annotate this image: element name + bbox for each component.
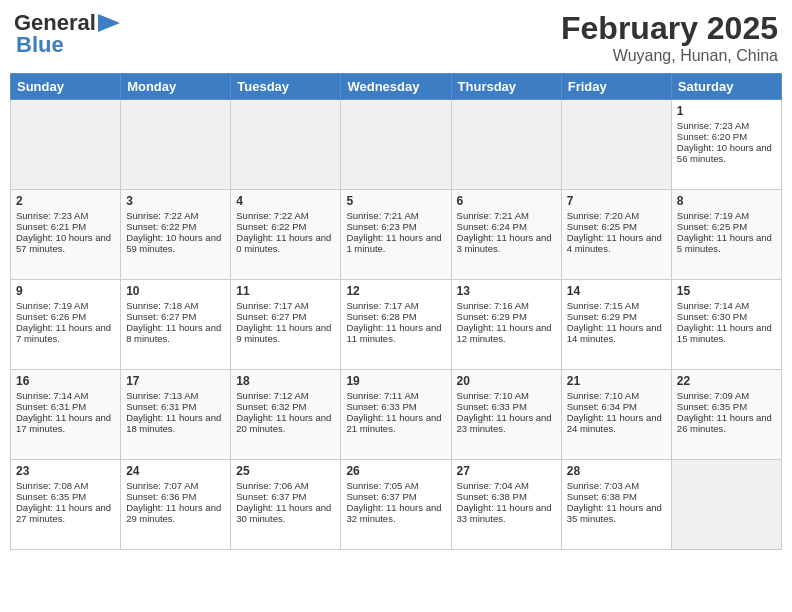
day-number: 9 [16,284,115,298]
sunset-text: Sunset: 6:28 PM [346,311,416,322]
sunrise-text: Sunrise: 7:21 AM [346,210,418,221]
calendar-title: February 2025 [561,10,778,47]
day-number: 8 [677,194,776,208]
calendar-cell-w5d3: 25Sunrise: 7:06 AMSunset: 6:37 PMDayligh… [231,460,341,550]
day-number: 4 [236,194,335,208]
calendar-cell-w4d4: 19Sunrise: 7:11 AMSunset: 6:33 PMDayligh… [341,370,451,460]
sunset-text: Sunset: 6:33 PM [346,401,416,412]
sunset-text: Sunset: 6:20 PM [677,131,747,142]
sunset-text: Sunset: 6:34 PM [567,401,637,412]
sunset-text: Sunset: 6:37 PM [346,491,416,502]
calendar-cell-w4d3: 18Sunrise: 7:12 AMSunset: 6:32 PMDayligh… [231,370,341,460]
day-number: 25 [236,464,335,478]
col-wednesday: Wednesday [341,74,451,100]
col-friday: Friday [561,74,671,100]
svg-marker-0 [98,14,120,32]
calendar-cell-w1d1 [11,100,121,190]
sunrise-text: Sunrise: 7:22 AM [126,210,198,221]
sunrise-text: Sunrise: 7:22 AM [236,210,308,221]
sunrise-text: Sunrise: 7:23 AM [677,120,749,131]
sunrise-text: Sunrise: 7:09 AM [677,390,749,401]
calendar-cell-w3d4: 12Sunrise: 7:17 AMSunset: 6:28 PMDayligh… [341,280,451,370]
sunset-text: Sunset: 6:29 PM [457,311,527,322]
daylight-text: Daylight: 11 hours and 30 minutes. [236,502,331,524]
daylight-text: Daylight: 11 hours and 3 minutes. [457,232,552,254]
sunset-text: Sunset: 6:24 PM [457,221,527,232]
calendar-cell-w2d3: 4Sunrise: 7:22 AMSunset: 6:22 PMDaylight… [231,190,341,280]
day-number: 13 [457,284,556,298]
calendar-cell-w5d1: 23Sunrise: 7:08 AMSunset: 6:35 PMDayligh… [11,460,121,550]
day-number: 2 [16,194,115,208]
sunrise-text: Sunrise: 7:04 AM [457,480,529,491]
daylight-text: Daylight: 11 hours and 0 minutes. [236,232,331,254]
day-number: 12 [346,284,445,298]
col-thursday: Thursday [451,74,561,100]
week-row-4: 16Sunrise: 7:14 AMSunset: 6:31 PMDayligh… [11,370,782,460]
calendar-cell-w2d1: 2Sunrise: 7:23 AMSunset: 6:21 PMDaylight… [11,190,121,280]
sunrise-text: Sunrise: 7:07 AM [126,480,198,491]
calendar-cell-w1d6 [561,100,671,190]
calendar-cell-w2d2: 3Sunrise: 7:22 AMSunset: 6:22 PMDaylight… [121,190,231,280]
sunrise-text: Sunrise: 7:21 AM [457,210,529,221]
daylight-text: Daylight: 11 hours and 8 minutes. [126,322,221,344]
sunset-text: Sunset: 6:32 PM [236,401,306,412]
day-number: 24 [126,464,225,478]
calendar-table: Sunday Monday Tuesday Wednesday Thursday… [10,73,782,550]
daylight-text: Daylight: 11 hours and 18 minutes. [126,412,221,434]
daylight-text: Daylight: 11 hours and 9 minutes. [236,322,331,344]
day-number: 6 [457,194,556,208]
day-number: 16 [16,374,115,388]
calendar-subtitle: Wuyang, Hunan, China [561,47,778,65]
calendar-cell-w1d2 [121,100,231,190]
sunrise-text: Sunrise: 7:19 AM [677,210,749,221]
sunrise-text: Sunrise: 7:13 AM [126,390,198,401]
title-block: February 2025 Wuyang, Hunan, China [561,10,778,65]
calendar-cell-w3d3: 11Sunrise: 7:17 AMSunset: 6:27 PMDayligh… [231,280,341,370]
daylight-text: Daylight: 11 hours and 5 minutes. [677,232,772,254]
calendar-cell-w5d2: 24Sunrise: 7:07 AMSunset: 6:36 PMDayligh… [121,460,231,550]
col-saturday: Saturday [671,74,781,100]
calendar-header-row: Sunday Monday Tuesday Wednesday Thursday… [11,74,782,100]
day-number: 3 [126,194,225,208]
sunset-text: Sunset: 6:38 PM [457,491,527,502]
daylight-text: Daylight: 11 hours and 24 minutes. [567,412,662,434]
sunrise-text: Sunrise: 7:20 AM [567,210,639,221]
day-number: 11 [236,284,335,298]
sunrise-text: Sunrise: 7:16 AM [457,300,529,311]
daylight-text: Daylight: 11 hours and 35 minutes. [567,502,662,524]
day-number: 26 [346,464,445,478]
day-number: 21 [567,374,666,388]
sunset-text: Sunset: 6:35 PM [677,401,747,412]
day-number: 23 [16,464,115,478]
calendar-cell-w2d7: 8Sunrise: 7:19 AMSunset: 6:25 PMDaylight… [671,190,781,280]
day-number: 7 [567,194,666,208]
sunset-text: Sunset: 6:31 PM [16,401,86,412]
sunrise-text: Sunrise: 7:08 AM [16,480,88,491]
sunrise-text: Sunrise: 7:14 AM [16,390,88,401]
sunset-text: Sunset: 6:25 PM [567,221,637,232]
calendar-cell-w5d6: 28Sunrise: 7:03 AMSunset: 6:38 PMDayligh… [561,460,671,550]
sunrise-text: Sunrise: 7:18 AM [126,300,198,311]
daylight-text: Daylight: 11 hours and 32 minutes. [346,502,441,524]
calendar-cell-w1d7: 1Sunrise: 7:23 AMSunset: 6:20 PMDaylight… [671,100,781,190]
col-tuesday: Tuesday [231,74,341,100]
daylight-text: Daylight: 11 hours and 7 minutes. [16,322,111,344]
sunset-text: Sunset: 6:22 PM [236,221,306,232]
day-number: 17 [126,374,225,388]
sunrise-text: Sunrise: 7:17 AM [236,300,308,311]
day-number: 15 [677,284,776,298]
calendar-cell-w2d5: 6Sunrise: 7:21 AMSunset: 6:24 PMDaylight… [451,190,561,280]
sunset-text: Sunset: 6:29 PM [567,311,637,322]
sunrise-text: Sunrise: 7:15 AM [567,300,639,311]
sunset-text: Sunset: 6:37 PM [236,491,306,502]
logo: General Blue [14,10,120,58]
daylight-text: Daylight: 11 hours and 15 minutes. [677,322,772,344]
sunrise-text: Sunrise: 7:14 AM [677,300,749,311]
calendar-cell-w4d2: 17Sunrise: 7:13 AMSunset: 6:31 PMDayligh… [121,370,231,460]
calendar-cell-w3d6: 14Sunrise: 7:15 AMSunset: 6:29 PMDayligh… [561,280,671,370]
sunset-text: Sunset: 6:27 PM [126,311,196,322]
calendar-cell-w4d5: 20Sunrise: 7:10 AMSunset: 6:33 PMDayligh… [451,370,561,460]
calendar-cell-w5d5: 27Sunrise: 7:04 AMSunset: 6:38 PMDayligh… [451,460,561,550]
daylight-text: Daylight: 10 hours and 56 minutes. [677,142,772,164]
sunrise-text: Sunrise: 7:19 AM [16,300,88,311]
